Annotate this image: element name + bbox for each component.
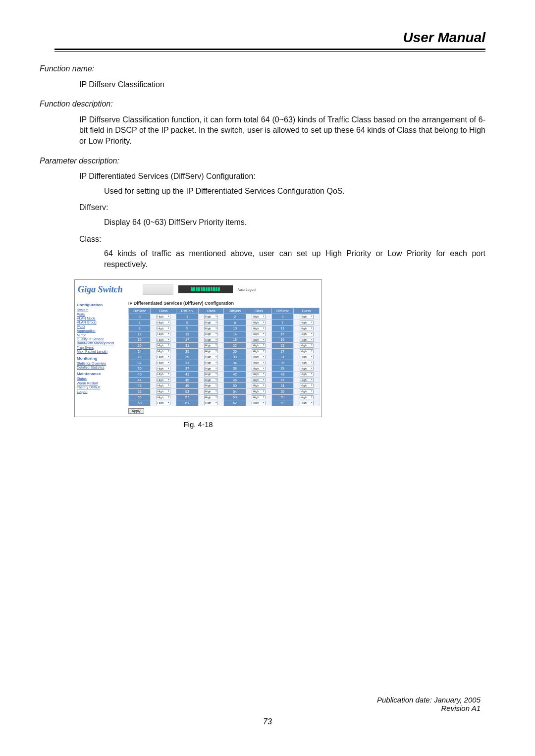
- class-select[interactable]: High: [252, 383, 266, 388]
- class-select[interactable]: High: [300, 338, 314, 342]
- class-cell: High: [246, 400, 271, 406]
- sidebar-item[interactable]: VLAN Group: [77, 321, 126, 324]
- sidebar-item[interactable]: Factory Default: [77, 385, 126, 389]
- class-select[interactable]: High: [157, 338, 170, 342]
- class-cell: High: [294, 320, 320, 325]
- class-select[interactable]: High: [252, 349, 266, 354]
- sidebar-item[interactable]: Logout: [77, 390, 126, 394]
- class-select[interactable]: High: [300, 326, 314, 331]
- class-select[interactable]: High: [252, 321, 266, 325]
- apply-button[interactable]: Apply: [128, 408, 144, 414]
- class-select[interactable]: High: [204, 378, 218, 382]
- class-select[interactable]: High: [252, 355, 266, 359]
- class-select[interactable]: High: [300, 401, 314, 405]
- class-select[interactable]: High: [157, 355, 170, 359]
- class-select[interactable]: High: [252, 343, 266, 348]
- class-select[interactable]: High: [204, 321, 218, 325]
- class-cell: High: [246, 377, 271, 383]
- sidebar-links-maint: StatusWarm RestartFactory DefaultLogout: [77, 377, 126, 394]
- sidebar-item[interactable]: Trap Event: [77, 346, 126, 350]
- sidebar-item[interactable]: Mirror: [77, 333, 126, 337]
- class-select[interactable]: High: [300, 355, 314, 359]
- diffserv-id: 51: [271, 383, 293, 389]
- class-select[interactable]: High: [300, 367, 314, 371]
- sidebar-item[interactable]: Bandwidth Management: [77, 341, 126, 345]
- class-select[interactable]: High: [204, 372, 218, 377]
- class-select[interactable]: High: [204, 383, 218, 388]
- class-select[interactable]: High: [252, 395, 266, 400]
- class-select[interactable]: High: [300, 389, 314, 394]
- class-cell: High: [151, 348, 176, 354]
- sidebar-item[interactable]: Quality of Service: [77, 337, 126, 341]
- class-select[interactable]: High: [157, 326, 170, 331]
- class-select[interactable]: High: [300, 361, 314, 365]
- class-select[interactable]: High: [300, 378, 314, 382]
- table-header: DiffServ: [176, 308, 198, 314]
- sidebar-item[interactable]: Max. Packet Length: [77, 350, 126, 354]
- class-select[interactable]: High: [252, 315, 266, 319]
- class-select[interactable]: High: [204, 361, 218, 365]
- class-select[interactable]: High: [252, 326, 266, 331]
- class-select[interactable]: High: [157, 321, 170, 325]
- sidebar-item[interactable]: Status: [77, 377, 126, 381]
- sidebar-item[interactable]: Detailed Statistics: [77, 366, 126, 370]
- class-select[interactable]: High: [157, 361, 170, 365]
- class-select[interactable]: High: [204, 332, 218, 336]
- class-select[interactable]: High: [157, 401, 170, 405]
- sidebar-item[interactable]: VLAN Mode: [77, 317, 126, 321]
- page-number: 73: [0, 717, 535, 726]
- class-select[interactable]: High: [157, 378, 170, 382]
- class-select[interactable]: High: [300, 372, 314, 377]
- class-select[interactable]: High: [157, 349, 170, 354]
- sidebar-item[interactable]: Statistics Overview: [77, 362, 126, 366]
- class-select[interactable]: High: [252, 372, 266, 377]
- class-select[interactable]: High: [252, 332, 266, 336]
- sidebar-item[interactable]: System: [77, 308, 126, 312]
- class-select[interactable]: High: [300, 315, 314, 319]
- class-select[interactable]: High: [300, 383, 314, 388]
- diffserv-id: 46: [224, 377, 246, 383]
- table-header: Class: [151, 308, 176, 314]
- class-cell: High: [151, 389, 176, 395]
- class-select[interactable]: High: [252, 378, 266, 382]
- sidebar-item[interactable]: Warm Restart: [77, 381, 126, 385]
- class-select[interactable]: High: [204, 395, 218, 400]
- diffserv-id: 26: [224, 348, 246, 354]
- diffserv-id: 59: [271, 394, 293, 400]
- sidebar-item[interactable]: Ports: [77, 313, 126, 317]
- class-select[interactable]: High: [157, 343, 170, 348]
- class-select[interactable]: High: [204, 343, 218, 348]
- class-select[interactable]: High: [252, 361, 266, 365]
- class-select[interactable]: High: [204, 367, 218, 371]
- class-select[interactable]: High: [204, 315, 218, 319]
- diffserv-id: 5: [176, 320, 198, 325]
- class-select[interactable]: High: [204, 326, 218, 331]
- class-select[interactable]: High: [300, 395, 314, 400]
- class-select[interactable]: High: [204, 389, 218, 394]
- class-cell: High: [198, 389, 224, 395]
- class-select[interactable]: High: [300, 349, 314, 354]
- class-select[interactable]: High: [204, 338, 218, 342]
- sidebar-item[interactable]: Aggregation: [77, 329, 126, 333]
- class-select[interactable]: High: [300, 343, 314, 348]
- class-select[interactable]: High: [157, 383, 170, 388]
- class-select[interactable]: High: [157, 372, 170, 377]
- class-select[interactable]: High: [204, 349, 218, 354]
- class-select[interactable]: High: [157, 367, 170, 371]
- class-select[interactable]: High: [252, 338, 266, 342]
- class-select[interactable]: High: [204, 401, 218, 405]
- class-select[interactable]: High: [252, 389, 266, 394]
- class-select[interactable]: High: [157, 332, 170, 336]
- class-select[interactable]: High: [252, 401, 266, 405]
- class-cell: High: [294, 366, 320, 372]
- class-select[interactable]: High: [300, 321, 314, 325]
- class-select[interactable]: High: [157, 395, 170, 400]
- class-select[interactable]: High: [204, 355, 218, 359]
- switch-window: Giga Switch Auto Logout Configuration Sy…: [74, 279, 322, 417]
- class-select[interactable]: High: [252, 367, 266, 371]
- sidebar-item[interactable]: PVID: [77, 325, 126, 329]
- class-select[interactable]: High: [157, 389, 170, 394]
- class-select[interactable]: High: [157, 315, 170, 319]
- class-select[interactable]: High: [300, 332, 314, 336]
- diffserv-id: 57: [176, 394, 198, 400]
